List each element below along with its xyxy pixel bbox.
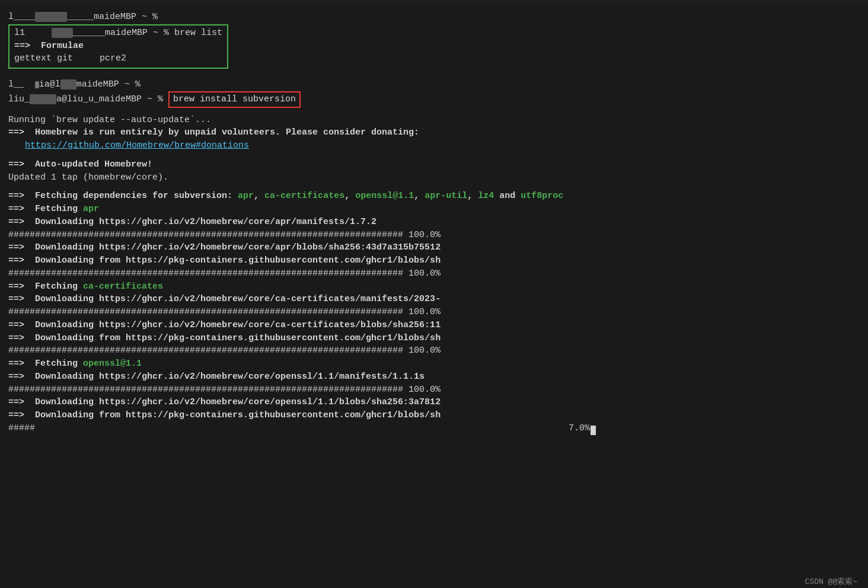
fetching-apr: ==> Fetching apr — [8, 203, 860, 216]
dl-apr-blobs: ==> Downloading https://ghcr.io/v2/homeb… — [8, 241, 860, 254]
prompt-line-1: l____ia@liu_____maideMBP ~ % — [8, 11, 860, 24]
fetching-deps-line: ==> Fetching dependencies for subversion… — [8, 190, 860, 203]
prompt-line-2: l1 ia@l______maideMBP ~ % brew list — [14, 27, 222, 40]
dl-ca-manifest: ==> Downloading https://ghcr.io/v2/homeb… — [8, 293, 860, 306]
dl-openssl-manifest: ==> Downloading https://ghcr.io/v2/homeb… — [8, 370, 860, 384]
gap-4 — [8, 184, 860, 190]
formulae-header: ==> Formulae — [14, 40, 222, 53]
hash-bar-4: ########################################… — [8, 344, 860, 357]
brew-install-command: brew install subversion — [168, 91, 301, 108]
brew-list-box: l1 ia@l______maideMBP ~ % brew list ==> … — [8, 24, 228, 69]
dl-openssl-from: ==> Downloading from https://pkg-contain… — [8, 409, 860, 422]
hash-bar-2: ########################################… — [8, 267, 860, 280]
dl-ca-from: ==> Downloading from https://pkg-contain… — [8, 332, 860, 345]
terminal-cursor — [591, 426, 596, 435]
auto-updated-header: ==> Auto-updated Homebrew! — [8, 158, 860, 171]
gap-1 — [8, 72, 860, 78]
gap-2 — [8, 108, 860, 114]
homebrew-volunteers: ==> Homebrew is run entirely by unpaid v… — [8, 126, 860, 139]
hash-bar-1: ########################################… — [8, 229, 860, 242]
dl-ca-blobs: ==> Downloading https://ghcr.io/v2/homeb… — [8, 319, 860, 332]
prompt-line-3: l__ ■ia@l___maideMBP ~ % — [8, 78, 860, 91]
fetching-ca: ==> Fetching ca-certificates — [8, 280, 860, 293]
footer-text: CSDN @@索索~ — [805, 577, 857, 586]
updated-tap: Updated 1 tap (homebrew/core). — [8, 171, 860, 184]
dl-apr-from: ==> Downloading from https://pkg-contain… — [8, 254, 860, 267]
formulae-list: gettext git pcre2 — [14, 52, 222, 65]
hash-bar-3: ########################################… — [8, 306, 860, 319]
donation-link[interactable]: https://github.com/Homebrew/brew#donatio… — [25, 139, 860, 152]
hash-bar-5: ########################################… — [8, 384, 860, 397]
gap-3 — [8, 152, 860, 158]
footer-watermark: CSDN @@索索~ — [805, 577, 857, 588]
fetching-openssl: ==> Fetching openssl@1.1 — [8, 357, 860, 370]
brew-install-line: liu______a@liu_u_maideMBP ~ % brew insta… — [8, 91, 860, 108]
dl-apr-manifest: ==> Downloading https://ghcr.io/v2/homeb… — [8, 216, 860, 229]
dl-openssl-blobs: ==> Downloading https://ghcr.io/v2/homeb… — [8, 396, 860, 409]
terminal-window: l____ia@liu_____maideMBP ~ % l1 ia@l____… — [0, 5, 868, 588]
brew-update-line: Running `brew update --auto-update`... — [8, 114, 860, 127]
hash-bar-partial: #####7.0% — [8, 422, 860, 435]
